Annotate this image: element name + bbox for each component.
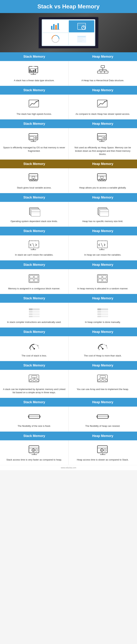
stack-icon-4	[27, 172, 42, 184]
svg-rect-135	[32, 376, 37, 378]
section-header-4: Stack Memory Heap Memory	[0, 160, 137, 168]
svg-rect-107	[103, 276, 106, 278]
svg-text:$: $	[106, 345, 107, 346]
svg-point-161	[33, 450, 34, 451]
content-row-8: In stack compiler instructions are autom…	[0, 303, 137, 328]
section-header-10: Stack Memory Heap Memory	[0, 361, 137, 370]
stack-icon-10	[27, 374, 42, 386]
heap-cell-7: In heap memory is allocated in a random …	[68, 269, 137, 294]
svg-rect-2	[55, 25, 57, 30]
laptop-mockup	[38, 16, 99, 49]
stack-icon-3	[27, 132, 42, 144]
stack-text-7: Memory is assigned in a contiguous block…	[8, 287, 60, 290]
section-header-8: Stack Memory Heap Memory	[0, 294, 137, 303]
heap-text-10: You can use Array and tree to implement …	[77, 388, 129, 391]
svg-point-53	[104, 138, 105, 138]
heap-text-7: In heap memory is allocated in a random …	[77, 287, 128, 290]
stack-header-2: Stack Memory	[0, 86, 68, 94]
heap-text-2: As compare to stack Heap has slower spee…	[76, 112, 130, 116]
stack-text-4: Stack gives local variable access.	[17, 186, 52, 190]
svg-point-33	[36, 101, 37, 102]
svg-rect-101	[30, 276, 33, 278]
heap-icon-8	[96, 306, 110, 319]
svg-line-97	[101, 243, 102, 247]
heap-header-12: Heap Memory	[68, 432, 137, 440]
footer: www.educba.com	[0, 465, 137, 470]
content-row-7: Memory is assigned in a contiguous block…	[0, 269, 137, 294]
svg-rect-164	[32, 450, 32, 451]
stack-cell-8: In stack compiler instructions are autom…	[0, 303, 68, 327]
stack-text-6: In stack we can't resize the variables.	[15, 253, 53, 256]
svg-point-179	[105, 450, 106, 450]
svg-rect-152	[102, 380, 104, 381]
svg-point-173	[101, 450, 102, 451]
svg-rect-123	[98, 311, 101, 312]
svg-point-34	[38, 100, 39, 102]
stack-cell-12: Stack access time is very faster as comp…	[0, 440, 68, 465]
svg-rect-165	[34, 450, 35, 451]
svg-point-37	[106, 100, 108, 102]
stack-header-6: Stack Memory	[0, 227, 68, 236]
svg-rect-106	[98, 276, 102, 278]
content-row-6: In stack we can't resize the variables. …	[0, 236, 137, 260]
heap-cell-12: Heap access time is slower as compared t…	[68, 440, 137, 465]
heap-header-9: Heap Memory	[68, 328, 137, 336]
stack-cell-9: $ $ The cost of stack is less.	[0, 336, 68, 361]
section-header-2: Stack Memory Heap Memory	[0, 86, 137, 94]
svg-rect-174	[101, 448, 102, 449]
svg-point-131	[102, 348, 104, 350]
stack-icon-7	[27, 273, 42, 285]
heap-text-12: Heap access time is slower as compared t…	[77, 458, 128, 462]
heap-cell-6: In heap we can resize the variables.	[68, 236, 137, 260]
heap-cell-10: You can use Array and tree to implement …	[68, 370, 137, 398]
heap-cell-4: Heap allows you to access a variable glo…	[68, 168, 137, 193]
svg-rect-175	[101, 452, 102, 452]
stack-cell-10: A stack can be implemented by dynamic me…	[0, 370, 68, 398]
svg-rect-30	[101, 71, 104, 73]
svg-text:$: $	[38, 345, 38, 346]
stack-cell-4: Stack gives local variable access.	[0, 168, 68, 193]
hero-image	[0, 13, 137, 52]
svg-line-93	[33, 243, 34, 247]
heap-cell-3: Not used as efficiently as Heap Space. M…	[68, 128, 137, 160]
section-header-6: Stack Memory Heap Memory	[0, 227, 137, 236]
heap-icon-3	[96, 132, 110, 144]
stack-header-5: Stack Memory	[0, 193, 68, 202]
svg-rect-125	[98, 316, 101, 317]
svg-rect-162	[33, 448, 34, 449]
stack-text-1: A stack has a linear data type structure…	[14, 79, 54, 82]
content-row-5: Operating system dependent stack size li…	[0, 202, 137, 227]
svg-rect-116	[29, 314, 32, 315]
svg-rect-141	[30, 380, 32, 381]
svg-rect-115	[29, 311, 32, 312]
heap-icon-9: $ $	[96, 340, 110, 352]
svg-rect-89	[100, 210, 109, 216]
heap-icon-12	[96, 444, 110, 456]
stack-cell-6: In stack we can't resize the variables.	[0, 236, 68, 260]
svg-rect-119	[98, 308, 101, 310]
stack-icon-8	[27, 306, 42, 319]
stack-cell-7: Memory is assigned in a contiguous block…	[0, 269, 68, 294]
stack-header-12: Stack Memory	[0, 432, 68, 440]
heap-icon-5	[96, 206, 110, 218]
main-title: Stack vs Heap Memory	[0, 0, 137, 13]
svg-rect-17	[31, 70, 32, 72]
heap-header-11: Heap Memory	[68, 398, 137, 406]
stack-header-4: Stack Memory	[0, 160, 68, 168]
svg-rect-40	[30, 136, 34, 139]
stack-cell-5: Operating system dependent stack size li…	[0, 202, 68, 226]
svg-rect-117	[29, 316, 32, 317]
svg-rect-177	[103, 450, 104, 451]
section-header-3: Stack Memory Heap Memory	[0, 120, 137, 128]
svg-rect-111	[29, 308, 32, 310]
svg-rect-73	[100, 176, 103, 178]
heap-icon-6	[96, 239, 110, 252]
heap-text-11: The flexibility of heap can resized.	[85, 424, 120, 428]
heap-icon-11	[96, 410, 110, 423]
heap-cell-11: The flexibility of heap can resized.	[68, 406, 137, 431]
section-header-11: Stack Memory Heap Memory	[0, 398, 137, 406]
heap-header-7: Heap Memory	[68, 260, 137, 269]
stack-text-2: The stack has high-speed Access.	[16, 112, 52, 116]
svg-rect-163	[33, 452, 34, 452]
content-row-1: A stack has a linear data type structure…	[0, 61, 137, 86]
